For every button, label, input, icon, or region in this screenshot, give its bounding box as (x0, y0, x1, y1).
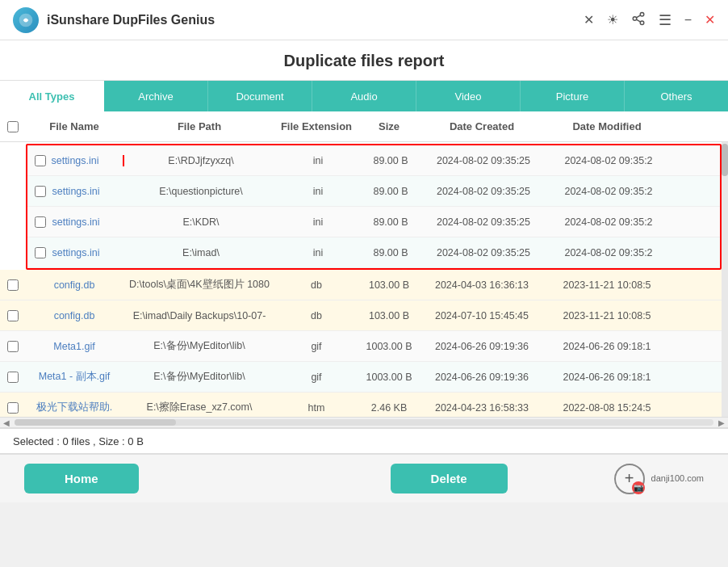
cell-datecreated: 2024-04-03 16:36:13 (421, 279, 542, 291)
app-logo (13, 7, 39, 33)
tab-video[interactable]: Video (416, 81, 521, 111)
row-checkbox-col[interactable] (27, 237, 53, 268)
header-filepath: File Path (123, 120, 276, 132)
svg-line-4 (636, 19, 640, 22)
row-checkbox[interactable] (7, 402, 19, 414)
scroll-right-arrow[interactable]: ▶ (715, 418, 728, 427)
row-checkbox-col[interactable] (0, 393, 26, 418)
cell-size: 89.00 B (358, 186, 423, 197)
row-checkbox[interactable] (35, 216, 46, 228)
h-scrollbar-thumb[interactable] (15, 419, 176, 426)
header-size: Size (357, 120, 421, 132)
cell-filename: config.db (26, 310, 123, 321)
cell-size: 1003.00 B (357, 372, 421, 383)
cell-datecreated: 2024-06-26 09:19:36 (421, 372, 542, 383)
cell-datecreated: 2024-08-02 09:35:25 (423, 186, 544, 197)
cell-extension: ini (278, 247, 358, 258)
scrollbar-thumb[interactable] (722, 144, 728, 176)
window-controls: ✕︎ ☀ ☰ − ✕ (584, 11, 715, 29)
table-row: settings.ini E:\RDJjfzyxzq\ ini 89.00 B … (27, 145, 720, 176)
row-checkbox-col[interactable] (0, 362, 26, 393)
cell-size: 2.46 KB (357, 402, 421, 414)
row-checkbox-col[interactable] (0, 270, 26, 300)
watermark: + 📷 danji100.com (614, 464, 704, 494)
tab-picture[interactable]: Picture (521, 81, 625, 111)
row-checkbox-col[interactable] (0, 300, 26, 331)
delete-button[interactable]: Delete (391, 464, 508, 494)
header-checkbox-col[interactable] (0, 121, 26, 132)
cell-datemodified: 2024-08-02 09:35:2 (544, 247, 673, 258)
row-checkbox-col[interactable] (27, 207, 53, 237)
cell-size: 103.00 B (357, 310, 421, 321)
cell-extension: gif (276, 341, 357, 352)
cell-datemodified: 2024-08-02 09:35:2 (544, 216, 673, 228)
row-checkbox[interactable] (7, 341, 19, 352)
svg-point-2 (633, 17, 637, 21)
svg-point-1 (640, 13, 644, 17)
svg-line-5 (636, 15, 640, 18)
row-checkbox[interactable] (7, 372, 19, 383)
row-checkbox-col[interactable] (27, 145, 53, 176)
tab-others[interactable]: Others (625, 81, 728, 111)
row-checkbox[interactable] (7, 279, 19, 291)
header-filename: File Name (26, 120, 123, 132)
home-button[interactable]: Home (24, 464, 139, 494)
menu-button[interactable]: ☰ (659, 11, 672, 29)
cell-filepath: E:\imad\Daily Backups\10-07- (123, 310, 276, 321)
watermark-site: danji100.com (651, 472, 704, 485)
row-checkbox[interactable] (35, 186, 46, 197)
cell-extension: db (276, 310, 357, 321)
cell-datecreated: 2024-08-02 09:35:25 (423, 247, 544, 258)
cell-datemodified: 2024-06-26 09:18:1 (542, 372, 672, 383)
logo-icon (18, 12, 34, 28)
table-row: config.db D:\tools\桌面\4K壁纸图片 1080 db 103… (0, 270, 728, 300)
share-icon[interactable]: ✕︎ (584, 12, 594, 27)
page-title: Duplicate files report (0, 40, 728, 81)
cell-filename: 极光下载站帮助. (26, 401, 123, 414)
table-row: settings.ini E:\questionpicture\ ini 89.… (27, 176, 720, 207)
tab-document[interactable]: Document (208, 81, 312, 111)
cell-datecreated: 2024-06-26 09:19:36 (421, 341, 542, 352)
data-rows: settings.ini E:\RDJjfzyxzq\ ini 89.00 B … (0, 142, 728, 417)
close-button[interactable]: ✕ (705, 12, 715, 27)
tab-all-types[interactable]: All Types (0, 81, 104, 111)
cell-filepath: E:\RDJjfzyxzq\ (124, 155, 278, 166)
row-checkbox[interactable] (35, 247, 46, 258)
footer-buttons-left: Home (24, 464, 139, 494)
cell-filepath: D:\tools\桌面\4K壁纸图片 1080 (123, 278, 276, 292)
row-checkbox-col[interactable] (27, 176, 53, 207)
scroll-left-arrow[interactable]: ◀ (0, 418, 13, 427)
status-text: Selected : 0 files , Size : 0 B (13, 435, 144, 447)
tab-archive[interactable]: Archive (104, 81, 208, 111)
cell-extension: ini (278, 186, 358, 197)
watermark-dot: 📷 (632, 481, 645, 494)
select-all-checkbox[interactable] (7, 121, 19, 132)
watermark-logo: + 📷 (614, 464, 645, 494)
cell-filepath: E:\imad\ (124, 247, 278, 258)
row-checkbox[interactable] (35, 155, 46, 166)
share-icon[interactable]: ☀ (607, 12, 618, 27)
watermark-line1: danji100.com (651, 472, 704, 485)
cell-size: 89.00 B (358, 216, 423, 228)
cell-size: 103.00 B (357, 279, 421, 291)
horizontal-scrollbar[interactable] (15, 419, 713, 426)
cell-datemodified: 2023-11-21 10:08:5 (542, 279, 672, 291)
cell-filepath: E:\questionpicture\ (124, 186, 278, 197)
row-checkbox-col[interactable] (0, 331, 26, 362)
cell-datecreated: 2024-08-02 09:35:25 (423, 155, 544, 166)
row-checkbox[interactable] (7, 310, 19, 321)
vertical-scrollbar[interactable] (722, 142, 728, 417)
minimize-button[interactable]: − (684, 13, 692, 27)
column-headers: File Name File Path File Extension Size … (0, 111, 728, 142)
table-row: Meta1 - 副本.gif E:\备份\MyEditor\lib\ gif 1… (0, 362, 728, 393)
cell-size: 1003.00 B (357, 341, 421, 352)
watermark-circle: + 📷 (614, 464, 645, 494)
cell-datemodified: 2022-08-08 15:24:5 (542, 402, 672, 414)
tab-audio[interactable]: Audio (312, 81, 416, 111)
cell-filename: config.db (26, 279, 123, 291)
cell-filename: Meta1.gif (26, 341, 123, 352)
cell-datecreated: 2024-08-02 09:35:25 (423, 216, 544, 228)
share-button[interactable] (631, 11, 646, 28)
cell-extension: ini (278, 155, 358, 166)
cell-size: 89.00 B (358, 247, 423, 258)
